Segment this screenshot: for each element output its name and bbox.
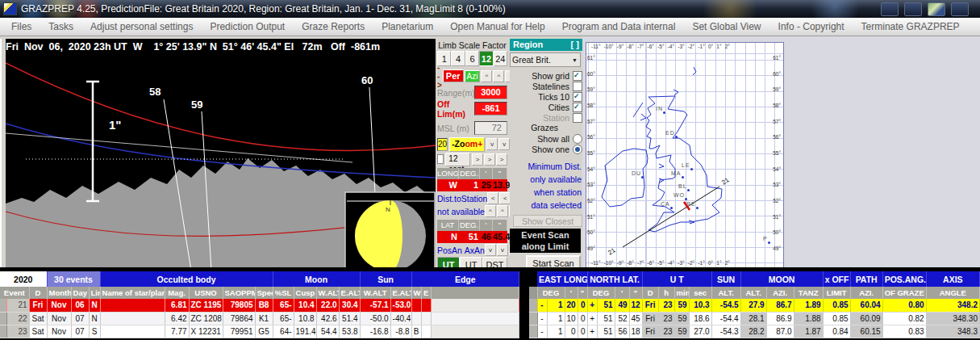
zoom-value-field[interactable]: 20 xyxy=(437,138,448,151)
checkbox-row[interactable]: Ticks 10 xyxy=(510,91,582,102)
checkbox[interactable] xyxy=(573,92,582,102)
event-row[interactable]: 21 Fri Nov 06 N 6.81 ZC 1195 79805 B8 65… xyxy=(0,299,519,312)
azi-button[interactable]: Azi xyxy=(465,70,481,82)
offlim-field[interactable]: -861 xyxy=(474,102,507,115)
tray-icon[interactable] xyxy=(951,2,969,16)
axis-tick-label: 56° xyxy=(587,134,595,140)
axis-tick-label: -9° xyxy=(617,44,623,49)
menu-item[interactable]: Adjust personal settings xyxy=(90,21,193,32)
tray-icon[interactable] xyxy=(881,2,899,16)
spinner-down-icon[interactable] xyxy=(485,244,496,256)
checkbox[interactable] xyxy=(573,82,582,91)
spinner-up-icon[interactable] xyxy=(493,70,504,82)
region-map[interactable]: 21 21 -11°-10°-9°-8°-7°-6°-5°-4°-3°-2°-1… xyxy=(586,42,784,269)
city-label: BL xyxy=(678,183,687,189)
events-count-header: 30 events xyxy=(47,271,100,287)
checkbox[interactable] xyxy=(573,113,582,123)
axan-link[interactable]: AxAn xyxy=(465,246,485,255)
year-header: 2020 xyxy=(0,271,47,287)
menu-item[interactable]: Tasks xyxy=(48,21,73,32)
menu-item[interactable]: Planetarium xyxy=(382,21,433,32)
checkbox-row[interactable]: Station xyxy=(510,112,582,123)
scan-row[interactable]: - 1 0 0 + 51 56 18 Fri 23 59 27.0 -54.3 … xyxy=(529,325,980,338)
limb-scale-label: Limb Scale Factor xyxy=(437,40,507,51)
moon-header: MOON xyxy=(740,271,823,287)
row-selector[interactable] xyxy=(529,325,537,338)
east-long-header: EAST LONG. xyxy=(537,271,587,287)
menu-item[interactable]: Program and Data internal xyxy=(562,21,676,32)
range-field[interactable]: 3000 xyxy=(474,86,507,99)
axis-tick-label: 0° xyxy=(708,44,713,49)
tray-icon[interactable] xyxy=(904,2,922,16)
tray-icon[interactable] xyxy=(928,2,945,16)
dist-to-station-link[interactable]: Dist.toStation xyxy=(437,194,487,204)
limb-scale-button[interactable]: 6 xyxy=(465,51,479,66)
scan-row[interactable]: - 1 20 0 + 51 49 12 Fri 23 59 10.3 -54.5… xyxy=(529,299,980,312)
range-label: Range(m) xyxy=(437,88,474,98)
sun-group-header: Sun xyxy=(360,271,411,287)
contour-button[interactable]: 12 cont. xyxy=(445,153,470,166)
spinner-left-icon[interactable] xyxy=(487,192,498,204)
msl-field[interactable]: 72 xyxy=(474,121,507,135)
city-label: P xyxy=(763,236,768,241)
chevron-down-icon: ▼ xyxy=(569,57,580,63)
city-label: CA xyxy=(661,201,670,207)
checkbox-row[interactable]: Show grid xyxy=(510,70,582,81)
limb-scale-button[interactable]: 12 xyxy=(479,51,493,66)
city-label: MA xyxy=(671,170,682,176)
radio-row[interactable]: Show all xyxy=(510,133,582,144)
north-lat-header: NORTH LAT. xyxy=(587,271,642,287)
row-selector[interactable] xyxy=(0,325,6,338)
row-selector[interactable] xyxy=(0,312,6,325)
menu-item[interactable]: Set Global View xyxy=(692,21,761,32)
spinner-right-icon[interactable] xyxy=(484,153,495,166)
spinner-down-icon[interactable] xyxy=(486,138,498,150)
axis-tick-label: 60° xyxy=(587,71,595,77)
posan-link[interactable]: PosAn xyxy=(437,246,462,255)
axis-tick-label: -8° xyxy=(627,260,633,266)
menu-item[interactable]: Files xyxy=(11,21,31,32)
scan-row[interactable]: - 1 10 0 + 51 52 45 Fri 23 59 18.6 -54.4… xyxy=(529,312,980,325)
axis-tick-label: 52° xyxy=(587,198,595,204)
spinner-right-icon[interactable] xyxy=(472,153,483,166)
spinner-down-icon[interactable] xyxy=(497,244,508,256)
row-selector[interactable] xyxy=(529,299,537,312)
not-available-link[interactable]: not available xyxy=(437,207,485,216)
menu-item[interactable]: Open Manual for Help xyxy=(450,21,544,32)
checkbox[interactable] xyxy=(573,71,582,81)
show-closest-button[interactable]: Show Closest xyxy=(513,215,582,227)
menu-item[interactable]: Prediction Output xyxy=(210,21,285,32)
axis-header: AXIS xyxy=(926,271,979,287)
radio-row[interactable]: Show one xyxy=(510,144,582,154)
longitude-axis-top: -11°-10°-9°-8°-7°-6°-5°-4°-3°-2°-1°0°1°2… xyxy=(591,44,730,49)
limb-scale-button[interactable]: 24 xyxy=(494,51,507,66)
spinner-down-icon[interactable] xyxy=(498,138,510,150)
moon-phase-inset: N xyxy=(345,192,435,271)
per-button[interactable]: Per xyxy=(443,69,464,82)
spinner-right-icon[interactable] xyxy=(496,153,507,166)
path-header: PATH xyxy=(850,271,882,287)
row-selector[interactable] xyxy=(529,312,537,325)
menu-item[interactable]: Graze Reports xyxy=(302,21,365,32)
spinner-up-icon[interactable] xyxy=(481,70,492,82)
spinner-up-icon[interactable] xyxy=(485,205,496,217)
menu-item[interactable]: Terminate GRAZPREP xyxy=(861,21,960,32)
sun-header: SUN xyxy=(711,271,740,287)
region-dropdown[interactable]: Great Brit. ▼ xyxy=(510,52,581,67)
zoom-button[interactable]: -Zoom+ xyxy=(449,137,485,152)
limb-scale-button[interactable]: 4 xyxy=(451,51,465,66)
event-row[interactable]: 22 Sat Nov 07 N 6.42 ZC 1208 79864 K1 65… xyxy=(0,312,519,325)
radio-button[interactable] xyxy=(573,134,582,144)
checkbox-row[interactable]: Cities xyxy=(510,102,582,112)
event-row[interactable]: 23 Sat Nov 07 S 7.77 X 12231 79951 G5 64… xyxy=(0,325,519,338)
radio-button[interactable] xyxy=(573,145,582,154)
checkbox[interactable] xyxy=(573,103,582,112)
spinner-up-icon[interactable] xyxy=(497,205,508,217)
row-selector[interactable] xyxy=(0,299,6,312)
limb-profile-plot: 58 59 60 1" N xyxy=(6,55,436,271)
occulted-body-header: Occulted body xyxy=(100,271,273,287)
limb-profile-view[interactable]: 58 59 60 1" N xyxy=(6,55,436,271)
checkbox-row[interactable]: Statelines xyxy=(510,81,582,91)
menu-item[interactable]: Info - Copyright xyxy=(778,21,844,32)
contour-checkbox[interactable] xyxy=(437,154,444,164)
